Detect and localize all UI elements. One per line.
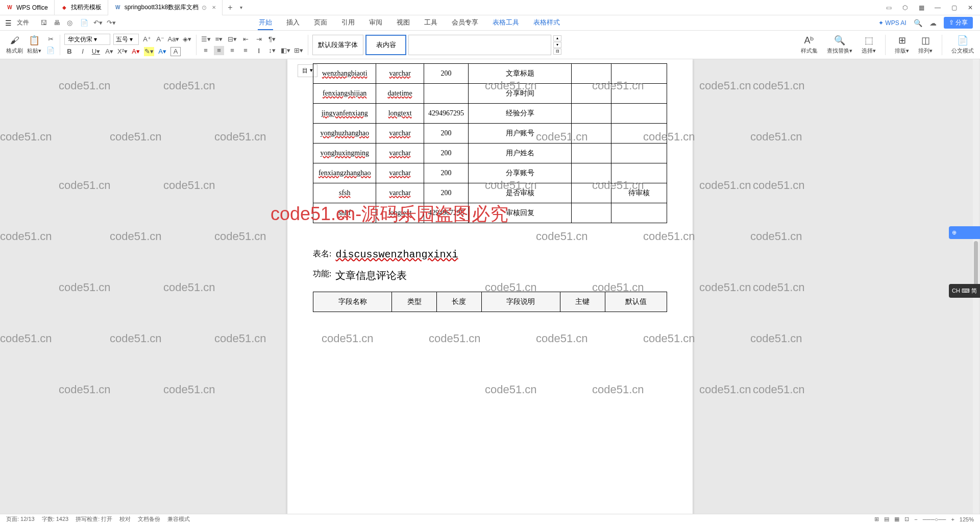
font-color-button[interactable]: A▾ bbox=[131, 47, 141, 56]
tab-reference[interactable]: 引用 bbox=[340, 16, 356, 30]
borders-icon[interactable]: ⊞▾ bbox=[293, 46, 304, 55]
cell-pk[interactable] bbox=[572, 64, 611, 84]
cell-desc[interactable]: 是否审核 bbox=[469, 183, 572, 203]
increase-font-icon[interactable]: A⁺ bbox=[142, 35, 152, 44]
table-row[interactable]: jingyanfenxianglongtext4294967295经验分享 bbox=[313, 104, 667, 124]
decrease-indent-icon[interactable]: ⇤ bbox=[240, 35, 251, 44]
tab-page[interactable]: 页面 bbox=[313, 16, 328, 30]
cell-len[interactable] bbox=[424, 84, 468, 104]
cell-desc[interactable]: 分享账号 bbox=[469, 163, 572, 183]
cell-default[interactable] bbox=[611, 203, 667, 223]
style-up-icon[interactable]: ▴ bbox=[553, 35, 561, 41]
bold-button[interactable]: B bbox=[64, 47, 75, 56]
paste-button[interactable]: 📋 粘贴▾ bbox=[27, 35, 41, 55]
preview-icon[interactable]: ◎ bbox=[67, 19, 75, 27]
cell-type[interactable]: varchar bbox=[376, 124, 424, 144]
zoom-out-icon[interactable]: − bbox=[914, 516, 917, 522]
new-tab-button[interactable]: + bbox=[223, 3, 237, 12]
cell-len[interactable]: 4294967295 bbox=[424, 203, 468, 223]
style-default-font[interactable]: 默认段落字体 bbox=[312, 35, 363, 55]
cell-len[interactable]: 200 bbox=[424, 183, 468, 203]
font-select[interactable]: 华文仿宋 ▾ bbox=[64, 34, 110, 45]
cell-default[interactable] bbox=[611, 64, 667, 84]
line-spacing-icon[interactable]: ↕▾ bbox=[267, 46, 277, 55]
table-row[interactable]: shhflongtext4294967295审核回复 bbox=[313, 203, 667, 223]
status-spell[interactable]: 拼写检查: 打开 bbox=[76, 515, 112, 523]
cell-pk[interactable] bbox=[572, 144, 611, 163]
char-border-button[interactable]: A bbox=[170, 47, 181, 56]
style-down-icon[interactable]: ▾ bbox=[553, 42, 561, 48]
official-mode-button[interactable]: 📄 公文模式 bbox=[951, 35, 974, 55]
cell-default[interactable] bbox=[611, 163, 667, 183]
side-ime-button[interactable]: CH ⌨ 简 bbox=[949, 284, 980, 298]
window-icon-3[interactable]: ▦ bbox=[917, 3, 926, 12]
tab-table-style[interactable]: 表格样式 bbox=[532, 16, 561, 30]
cell-pk[interactable] bbox=[572, 183, 611, 203]
cell-default[interactable] bbox=[611, 84, 667, 104]
wps-ai-button[interactable]: ✦ WPS AI bbox=[878, 19, 906, 27]
clear-format-icon[interactable]: ◈▾ bbox=[182, 35, 192, 44]
cell-type[interactable]: longtext bbox=[376, 203, 424, 223]
italic-button[interactable]: I bbox=[78, 47, 88, 56]
table-header[interactable]: 字段说明 bbox=[481, 292, 560, 312]
table-row[interactable]: yonghuzhanghaovarchar200用户账号 bbox=[313, 124, 667, 144]
cell-default[interactable] bbox=[611, 104, 667, 124]
tab-tools[interactable]: 工具 bbox=[423, 16, 438, 30]
cell-desc[interactable]: 经验分享 bbox=[469, 104, 572, 124]
cell-pk[interactable] bbox=[572, 84, 611, 104]
cell-len[interactable]: 200 bbox=[424, 124, 468, 144]
status-page[interactable]: 页面: 12/13 bbox=[6, 515, 35, 523]
cell-type[interactable]: datetime bbox=[376, 84, 424, 104]
style-expand-icon[interactable]: ⊟ bbox=[553, 49, 561, 55]
tab-view[interactable]: 视图 bbox=[396, 16, 411, 30]
size-select[interactable]: 五号 ▾ bbox=[113, 34, 139, 45]
cell-type[interactable]: longtext bbox=[376, 104, 424, 124]
db-table-1[interactable]: wenzhangbiaotivarchar200文章标题fenxiangshij… bbox=[313, 63, 667, 223]
cell-field[interactable]: jingyanfenxiang bbox=[313, 104, 376, 124]
status-proof[interactable]: 校对 bbox=[119, 515, 131, 523]
table-row[interactable]: fenxiangzhanghaovarchar200分享账号 bbox=[313, 163, 667, 183]
style-blank[interactable] bbox=[408, 35, 551, 55]
cell-field[interactable]: wenzhangbiaoti bbox=[313, 64, 376, 84]
cell-desc[interactable]: 文章标题 bbox=[469, 64, 572, 84]
cell-field[interactable]: shhf bbox=[313, 203, 376, 223]
cell-default[interactable] bbox=[611, 124, 667, 144]
justify-icon[interactable]: ≡ bbox=[240, 46, 251, 55]
table-row[interactable]: fenxiangshijiandatetime分享时间 bbox=[313, 84, 667, 104]
close-window-icon[interactable]: ✕ bbox=[966, 3, 975, 12]
tab-start[interactable]: 开始 bbox=[258, 16, 273, 30]
cell-type[interactable]: varchar bbox=[376, 163, 424, 183]
status-backup[interactable]: 文档备份 bbox=[138, 515, 160, 523]
close-icon[interactable]: ✕ bbox=[212, 5, 216, 10]
highlight-button[interactable]: ✎▾ bbox=[144, 47, 154, 56]
multilevel-icon[interactable]: ⊟▾ bbox=[227, 35, 237, 44]
tab-insert[interactable]: 插入 bbox=[285, 16, 301, 30]
cell-type[interactable]: varchar bbox=[376, 64, 424, 84]
save-icon[interactable]: 🖫 bbox=[40, 19, 48, 27]
cloud-icon[interactable]: ☁ bbox=[929, 19, 937, 27]
table-row[interactable]: wenzhangbiaotivarchar200文章标题 bbox=[313, 64, 667, 84]
cell-desc[interactable]: 用户账号 bbox=[469, 124, 572, 144]
copy-icon[interactable]: 📄 bbox=[45, 46, 56, 55]
increase-indent-icon[interactable]: ⇥ bbox=[254, 35, 264, 44]
side-ai-button[interactable]: ⊕ bbox=[949, 226, 980, 239]
change-case-icon[interactable]: Aa▾ bbox=[168, 35, 179, 44]
cell-type[interactable]: varchar bbox=[376, 144, 424, 163]
cell-len[interactable]: 200 bbox=[424, 144, 468, 163]
tab-menu-icon[interactable]: ▾ bbox=[238, 5, 244, 10]
cell-default[interactable] bbox=[611, 144, 667, 163]
file-menu[interactable]: 文件 bbox=[14, 17, 32, 29]
view-mode-1-icon[interactable]: ⊞ bbox=[874, 516, 879, 522]
find-replace-button[interactable]: 🔍 查找替换▾ bbox=[827, 35, 852, 55]
table-header[interactable]: 主键 bbox=[560, 292, 605, 312]
zoom-value[interactable]: 125% bbox=[960, 516, 974, 522]
cell-field[interactable]: fenxiangzhanghao bbox=[313, 163, 376, 183]
tab-table-tools[interactable]: 表格工具 bbox=[492, 16, 520, 30]
tab-templates[interactable]: ◆ 找稻壳模板 bbox=[55, 0, 108, 15]
window-icon-2[interactable]: ⬡ bbox=[900, 3, 910, 12]
numbering-icon[interactable]: ≡▾ bbox=[214, 35, 224, 44]
status-words[interactable]: 字数: 1423 bbox=[42, 515, 69, 523]
cell-pk[interactable] bbox=[572, 203, 611, 223]
table-row[interactable]: sfshvarchar200是否审核待审核 bbox=[313, 183, 667, 203]
superscript-button[interactable]: X²▾ bbox=[117, 47, 128, 56]
